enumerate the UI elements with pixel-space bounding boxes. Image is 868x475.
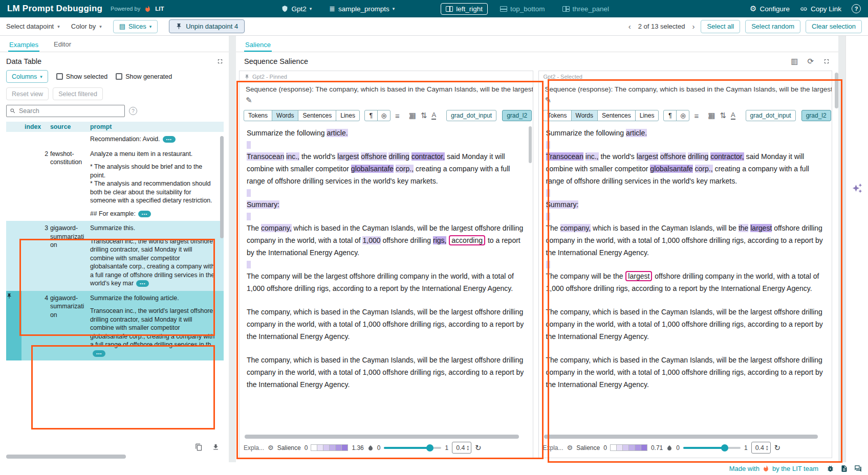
color-by-dropdown[interactable]: Color by ▾ bbox=[71, 22, 102, 30]
bug-report-icon[interactable] bbox=[827, 465, 834, 472]
palette-icon[interactable]: ⚙ bbox=[567, 444, 573, 451]
show-selected-checkbox[interactable]: Show selected bbox=[56, 73, 107, 80]
salience-token[interactable]: globalsantafe bbox=[650, 165, 692, 173]
newline-token[interactable] bbox=[247, 189, 251, 197]
salience-token[interactable]: Transocean bbox=[247, 152, 284, 161]
table-vertical-scrollbar[interactable] bbox=[220, 136, 224, 238]
align-icon[interactable]: ⇅ bbox=[720, 111, 726, 120]
granularity-words[interactable]: Words bbox=[571, 110, 598, 121]
granularity-tokens[interactable]: Tokens bbox=[244, 110, 272, 121]
granularity-lines[interactable]: Lines bbox=[336, 110, 360, 121]
table-horizontal-scrollbar[interactable] bbox=[6, 455, 224, 459]
salience-token[interactable]: corp., bbox=[396, 165, 414, 173]
select-all-button[interactable]: Select all bbox=[701, 20, 740, 33]
dataset-selector[interactable]: ≣ sample_prompts ▾ bbox=[329, 5, 395, 13]
newline-token[interactable] bbox=[247, 261, 251, 268]
newline-token[interactable] bbox=[546, 261, 550, 268]
index-column-header[interactable]: index bbox=[21, 122, 50, 132]
granularity-lines[interactable]: Lines bbox=[635, 110, 659, 121]
select-filtered-button[interactable]: Select filtered bbox=[53, 87, 103, 100]
model-selector[interactable]: Gpt2 ▾ bbox=[281, 5, 312, 13]
salience-token[interactable]: rigs, bbox=[433, 236, 446, 244]
reset-view-button[interactable]: Reset view bbox=[6, 87, 49, 100]
granularity-sentences[interactable]: Sentences bbox=[597, 110, 636, 121]
salience-token[interactable]: contractor, bbox=[411, 152, 445, 161]
prev-selection-icon[interactable]: ‹ bbox=[627, 22, 632, 31]
opacity-slider[interactable] bbox=[384, 444, 441, 451]
opacity-slider[interactable] bbox=[683, 444, 741, 451]
table-row[interactable]: 4gigaword-summarizationSummarize the fol… bbox=[6, 291, 224, 361]
salience-token[interactable]: largest bbox=[337, 152, 359, 161]
table-row[interactable]: 3gigaword-summarizationSummarize this.Tr… bbox=[6, 221, 224, 291]
salience-token[interactable]: 1,000 bbox=[362, 236, 380, 244]
edit-icon[interactable]: ✎ bbox=[240, 94, 533, 106]
granularity-words[interactable]: Words bbox=[272, 110, 298, 121]
ellipsis-chip[interactable]: ••• bbox=[93, 350, 105, 357]
method-grad-l2[interactable]: grad_l2 bbox=[801, 110, 831, 121]
pilcrow-toggle[interactable]: ¶ bbox=[364, 110, 378, 121]
grid-icon[interactable]: ▦ bbox=[708, 111, 715, 120]
table-row[interactable]: 2fewshot-constitutionAnalyze a menu item… bbox=[6, 147, 224, 221]
salience-token[interactable]: largest bbox=[750, 224, 772, 232]
tab-salience[interactable]: Salience bbox=[244, 38, 272, 52]
sync-icon[interactable]: ⟳ bbox=[807, 57, 814, 66]
menu-icon[interactable]: ≡ bbox=[694, 111, 699, 120]
grid-icon[interactable]: ▦ bbox=[409, 111, 416, 120]
salience-token[interactable]: article. bbox=[626, 129, 647, 137]
copy-link-button[interactable]: Copy Link bbox=[800, 5, 841, 13]
ellipsis-chip[interactable]: ••• bbox=[136, 280, 149, 287]
panel-horizontal-scrollbar[interactable] bbox=[245, 435, 528, 439]
select-random-button[interactable]: Select random bbox=[745, 20, 800, 33]
columns-button[interactable]: Columns ▾ bbox=[6, 70, 48, 83]
threshold-input[interactable]: 0.4 ▴▾ bbox=[452, 442, 471, 454]
next-selection-icon[interactable]: › bbox=[691, 22, 696, 31]
salience-token[interactable]: the bbox=[739, 224, 748, 232]
show-generated-checkbox[interactable]: Show generated bbox=[116, 73, 172, 80]
clear-selection-button[interactable]: Clear selection bbox=[806, 20, 862, 33]
source-column-header[interactable]: source bbox=[50, 122, 90, 132]
selected-token[interactable]: according bbox=[449, 235, 485, 245]
expand-icon[interactable] bbox=[216, 58, 224, 65]
newline-token[interactable] bbox=[247, 141, 251, 149]
salience-token[interactable]: largest bbox=[637, 152, 658, 161]
salience-token[interactable]: inc., bbox=[286, 152, 299, 161]
expand-icon[interactable] bbox=[823, 58, 830, 65]
edit-icon[interactable]: ✎ bbox=[539, 94, 832, 106]
font-icon[interactable]: A bbox=[431, 111, 436, 120]
copy-icon[interactable] bbox=[195, 443, 203, 451]
method-grad-l2[interactable]: grad_l2 bbox=[502, 110, 532, 121]
salience-token[interactable]: inc., bbox=[585, 152, 599, 161]
ellipsis-chip[interactable]: ••• bbox=[138, 211, 151, 217]
newline-token[interactable] bbox=[546, 189, 550, 197]
salience-token[interactable]: contractor, bbox=[710, 152, 744, 161]
menu-icon[interactable]: ≡ bbox=[395, 111, 400, 120]
whitespace-toggle[interactable]: ◎ bbox=[377, 110, 390, 121]
made-with-credit[interactable]: Made with by the LIT team bbox=[729, 465, 818, 472]
salience-token[interactable]: globalsantafe bbox=[351, 165, 394, 173]
stepper-arrows[interactable]: ▴▾ bbox=[467, 445, 469, 451]
columns-view-icon[interactable]: ▥ bbox=[791, 57, 798, 66]
search-help-icon[interactable]: ? bbox=[129, 107, 137, 115]
help-icon[interactable]: ? bbox=[852, 4, 861, 13]
search-input[interactable]: Search bbox=[6, 105, 125, 117]
font-icon[interactable]: A bbox=[731, 111, 735, 120]
tab-editor[interactable]: Editor bbox=[53, 37, 72, 52]
newline-token[interactable] bbox=[247, 213, 251, 220]
module-vertical-scrollbar[interactable] bbox=[835, 73, 838, 108]
method-grad-dot-input[interactable]: grad_dot_input bbox=[446, 110, 496, 121]
selected-token[interactable]: largest bbox=[625, 271, 652, 281]
prompt-column-header[interactable]: prompt bbox=[90, 122, 224, 132]
select-datapoint-dropdown[interactable]: Select datapoint ▾ bbox=[6, 22, 60, 30]
unpin-datapoint-button[interactable]: Unpin datapoint 4 bbox=[169, 19, 245, 33]
sparkle-icon[interactable] bbox=[852, 183, 862, 193]
salience-token[interactable]: offshore bbox=[361, 152, 386, 161]
salience-token[interactable]: company, bbox=[261, 224, 292, 232]
threshold-input[interactable]: 0.4 ▴▾ bbox=[751, 442, 771, 454]
configure-button[interactable]: ⚙ Configure bbox=[750, 4, 790, 13]
ellipsis-chip[interactable]: ••• bbox=[163, 136, 176, 143]
granularity-sentences[interactable]: Sentences bbox=[298, 110, 336, 121]
salience-token[interactable]: drilling bbox=[688, 152, 708, 161]
salience-token[interactable]: company, bbox=[560, 224, 591, 232]
tab-examples[interactable]: Examples bbox=[8, 38, 39, 52]
palette-icon[interactable]: ⚙ bbox=[268, 444, 274, 451]
